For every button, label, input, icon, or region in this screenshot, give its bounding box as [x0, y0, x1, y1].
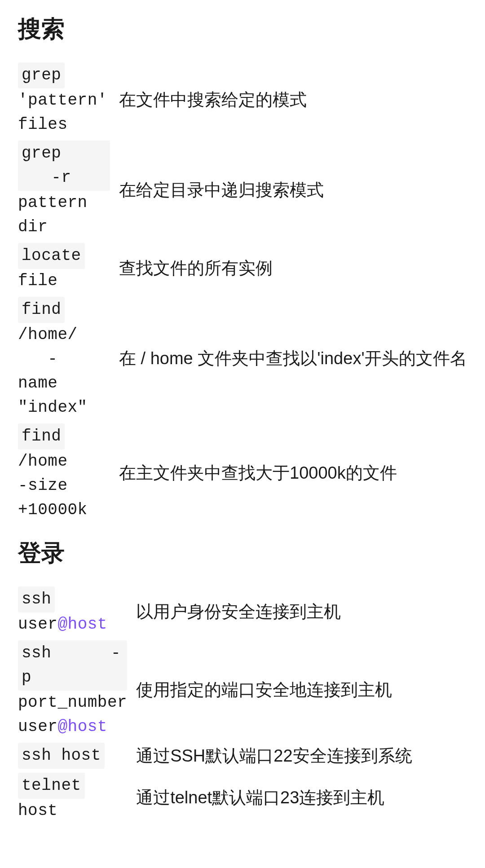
description-cell: 以用户身份安全连接到主机 — [136, 585, 467, 639]
table-row: sshuser@host以用户身份安全连接到主机 — [18, 585, 467, 639]
command-cell: grep -rpatterndir — [18, 139, 119, 241]
table-row: ssh -pport_numberuser@host使用指定的端口安全地连接到主… — [18, 639, 467, 741]
command-cell: grep'pattern'files — [18, 61, 119, 139]
content-root: 搜索grep'pattern'files在文件中搜索给定的模式grep -rpa… — [18, 13, 467, 825]
table-row: telnethost通过telnet默认端口23连接到主机 — [18, 771, 467, 825]
section-heading: 登录 — [18, 538, 467, 569]
command-cell: telnethost — [18, 771, 136, 825]
description-cell: 通过SSH默认端口22安全连接到系统 — [136, 741, 467, 771]
description-cell: 查找文件的所有实例 — [119, 241, 467, 295]
description-cell: 使用指定的端口安全地连接到主机 — [136, 639, 467, 741]
description-cell: 在给定目录中递归搜索模式 — [119, 139, 467, 241]
command-cell: ssh -pport_numberuser@host — [18, 639, 136, 741]
table-row: find /home-size+10000k在主文件夹中查找大于10000k的文… — [18, 422, 467, 524]
section-heading: 搜索 — [18, 13, 467, 45]
command-cell: sshuser@host — [18, 585, 136, 639]
description-cell: 在 / home 文件夹中查找以'index'开头的文件名 — [119, 295, 467, 422]
table-row: locatefile查找文件的所有实例 — [18, 241, 467, 295]
command-cell: locatefile — [18, 241, 119, 295]
description-cell: 通过telnet默认端口23连接到主机 — [136, 771, 467, 825]
command-cell: find/home/ -name"index" — [18, 295, 119, 422]
command-table: sshuser@host以用户身份安全连接到主机ssh -pport_numbe… — [18, 585, 467, 825]
table-row: grep -rpatterndir在给定目录中递归搜索模式 — [18, 139, 467, 241]
command-cell: find /home-size+10000k — [18, 422, 119, 524]
command-cell: ssh host — [18, 741, 136, 771]
table-row: find/home/ -name"index"在 / home 文件夹中查找以'… — [18, 295, 467, 422]
description-cell: 在文件中搜索给定的模式 — [119, 61, 467, 139]
description-cell: 在主文件夹中查找大于10000k的文件 — [119, 422, 467, 524]
table-row: ssh host通过SSH默认端口22安全连接到系统 — [18, 741, 467, 771]
command-table: grep'pattern'files在文件中搜索给定的模式grep -rpatt… — [18, 61, 467, 524]
table-row: grep'pattern'files在文件中搜索给定的模式 — [18, 61, 467, 139]
